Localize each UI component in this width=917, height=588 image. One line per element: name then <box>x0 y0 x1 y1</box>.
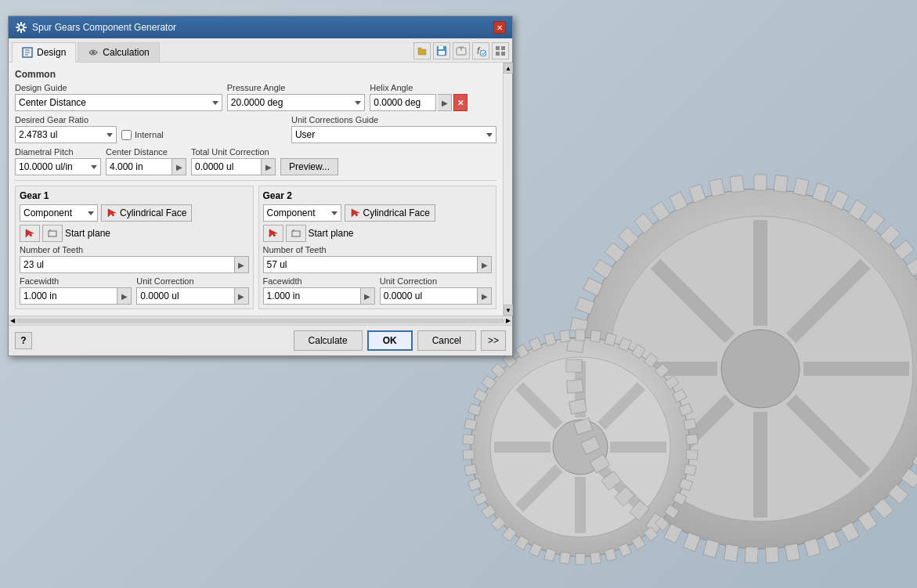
gear1-unit-correction-input[interactable] <box>136 287 234 305</box>
gear2-unit-correction-input[interactable] <box>380 287 478 305</box>
help-button[interactable]: ? <box>15 332 32 349</box>
gear2-facewidth-input[interactable] <box>263 287 361 305</box>
diametral-pitch-select[interactable]: 10.0000 ul/in <box>15 158 101 175</box>
svg-rect-92 <box>684 464 696 476</box>
gear1-start-plane-icon-btn[interactable] <box>20 225 40 242</box>
preview-button[interactable]: Preview... <box>280 158 338 175</box>
gear2-cursor-icon <box>350 207 361 218</box>
svg-point-125 <box>19 25 23 30</box>
vertical-scrollbar[interactable]: ▲ ▼ <box>503 63 512 316</box>
dialog-icon <box>15 21 27 34</box>
gear2-teeth-input[interactable] <box>263 256 478 273</box>
gear1-unit-correction-expand-btn[interactable]: ▶ <box>235 287 249 305</box>
svg-rect-117 <box>474 389 488 402</box>
svg-rect-31 <box>906 257 917 276</box>
total-unit-expand-btn[interactable]: ▶ <box>262 158 276 175</box>
tab-design[interactable]: Design <box>12 42 76 63</box>
svg-rect-112 <box>464 464 477 476</box>
helix-angle-cancel-btn[interactable]: ✕ <box>453 94 468 111</box>
gear2-facewidth-expand-btn[interactable]: ▶ <box>361 287 375 305</box>
gear2-teeth-label: Number of Teeth <box>263 245 493 254</box>
scroll-track <box>16 319 504 323</box>
gear1-start-plane-icon2-btn[interactable] <box>42 225 63 242</box>
pressure-angle-select[interactable]: 20.0000 deg <box>227 94 365 111</box>
design-guide-select[interactable]: Center Distance <box>15 94 222 111</box>
grid-icon-btn[interactable] <box>492 42 509 60</box>
svg-rect-63 <box>569 399 587 414</box>
scroll-right-arrow[interactable]: ▶ <box>506 317 511 324</box>
export-icon-btn[interactable] <box>453 42 470 60</box>
gear2-teeth-expand-btn[interactable]: ▶ <box>478 256 492 273</box>
svg-rect-44 <box>874 499 894 519</box>
svg-rect-42 <box>901 469 917 489</box>
expand-button[interactable]: >> <box>481 330 506 351</box>
gear2-cylindrical-btn[interactable]: Cylindrical Face <box>345 204 435 222</box>
svg-rect-113 <box>463 449 475 460</box>
scroll-left-arrow[interactable]: ◀ <box>10 317 15 324</box>
svg-rect-58 <box>615 486 635 506</box>
gear1-teeth-input[interactable] <box>20 256 235 273</box>
gear1-teeth-expand-btn[interactable]: ▶ <box>235 256 249 273</box>
svg-rect-71 <box>605 243 625 262</box>
svg-point-1 <box>608 216 913 521</box>
close-button[interactable]: ✕ <box>493 21 506 34</box>
svg-rect-119 <box>491 363 505 377</box>
gear1-type-select[interactable]: Component <box>20 204 98 222</box>
svg-rect-74 <box>651 201 670 221</box>
svg-rect-49 <box>785 543 800 561</box>
gear-ratio-select[interactable]: 2.4783 ul <box>15 126 117 143</box>
svg-rect-69 <box>583 278 603 296</box>
svg-rect-53 <box>703 539 720 558</box>
svg-rect-75 <box>670 192 688 211</box>
grid-icon <box>495 45 506 56</box>
gear1-facewidth-expand-btn[interactable]: ▶ <box>117 287 132 305</box>
gear2-type-select[interactable]: Component <box>263 204 341 222</box>
internal-checkbox[interactable] <box>121 130 132 140</box>
open-icon-btn[interactable] <box>413 42 431 60</box>
svg-rect-78 <box>730 175 744 193</box>
svg-rect-123 <box>544 333 556 346</box>
svg-rect-70 <box>593 259 612 278</box>
svg-rect-43 <box>888 485 908 504</box>
svg-rect-65 <box>566 359 582 372</box>
save-icon-btn[interactable] <box>433 42 450 60</box>
svg-rect-59 <box>601 471 622 490</box>
gear2-start-plane-icon-btn[interactable] <box>263 225 283 242</box>
main-dialog: Spur Gears Component Generator ✕ Design <box>8 16 513 356</box>
svg-rect-45 <box>858 511 878 532</box>
svg-rect-73 <box>634 213 654 233</box>
svg-rect-84 <box>644 353 658 367</box>
svg-rect-86 <box>665 376 679 390</box>
diametral-pitch-label: Diametral Pitch <box>15 147 101 157</box>
gear1-teeth-label: Number of Teeth <box>20 245 249 254</box>
svg-rect-87 <box>673 389 687 402</box>
svg-rect-111 <box>468 478 482 491</box>
calculate-button[interactable]: Calculate <box>294 330 363 351</box>
svg-line-18 <box>519 386 559 426</box>
svg-rect-148 <box>496 52 500 56</box>
ok-button[interactable]: OK <box>367 330 413 351</box>
gear1-start-icon <box>24 228 35 239</box>
gear1-cylindrical-btn[interactable]: Cylindrical Face <box>101 204 192 222</box>
gear1-facewidth-input[interactable] <box>20 287 117 305</box>
common-label: Common <box>15 69 496 80</box>
tab-calculation[interactable]: Calculation <box>78 42 159 62</box>
svg-rect-94 <box>673 492 687 505</box>
gear2-label: Gear 2 <box>263 190 493 201</box>
svg-rect-76 <box>688 184 706 203</box>
helix-angle-input[interactable] <box>370 94 436 111</box>
center-distance-expand-btn[interactable]: ▶ <box>172 158 186 175</box>
scroll-up-btn[interactable]: ▲ <box>504 63 513 74</box>
svg-rect-115 <box>464 419 477 431</box>
unit-corrections-guide-select[interactable]: User <box>291 126 496 143</box>
gear1-label: Gear 1 <box>20 190 249 201</box>
total-unit-correction-input[interactable] <box>191 158 262 175</box>
gear2-start-plane-icon2-btn[interactable] <box>286 225 306 242</box>
scroll-down-btn[interactable]: ▼ <box>504 305 513 316</box>
cancel-button[interactable]: Cancel <box>417 330 476 351</box>
helix-angle-expand-btn[interactable]: ▶ <box>438 94 452 111</box>
gear2-unit-correction-expand-btn[interactable]: ▶ <box>478 287 492 305</box>
center-distance-input[interactable] <box>106 158 172 175</box>
function-icon-btn[interactable]: f <box>472 42 489 60</box>
svg-point-13 <box>553 420 608 474</box>
